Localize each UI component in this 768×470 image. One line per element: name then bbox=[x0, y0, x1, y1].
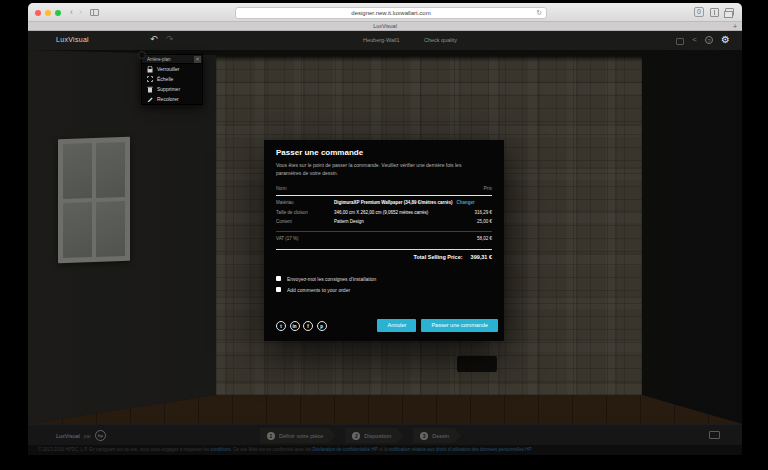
close-window-button[interactable] bbox=[35, 10, 41, 16]
tab-overview-icon[interactable] bbox=[725, 8, 734, 16]
recolor-icon bbox=[147, 96, 153, 102]
help-icon[interactable]: ? bbox=[705, 36, 713, 44]
total-label: Total Selling Price: bbox=[413, 254, 462, 260]
install-instructions-checkbox[interactable] bbox=[276, 276, 281, 281]
linkedin-icon[interactable]: in bbox=[290, 321, 300, 331]
menu-item-delete[interactable]: Supprimer bbox=[142, 84, 202, 94]
forward-icon[interactable]: › bbox=[79, 7, 82, 18]
share-icon[interactable]: < bbox=[692, 34, 697, 46]
menu-item-lock[interactable]: Verrouiller bbox=[142, 64, 202, 74]
change-material-link[interactable]: Changer bbox=[457, 200, 475, 205]
desktop: ‹ › designer.new.it.luxwallart.com ↻ 0 L… bbox=[0, 0, 768, 470]
pinterest-icon[interactable]: p bbox=[317, 321, 327, 331]
url-field[interactable]: designer.new.it.luxwallart.com ↻ bbox=[235, 7, 547, 19]
total-row: Total Selling Price: 399,31 € bbox=[276, 250, 492, 264]
social-icons: t in f p bbox=[276, 321, 327, 331]
panel-handle-badge[interactable] bbox=[138, 51, 146, 59]
twitter-icon[interactable]: t bbox=[276, 321, 286, 331]
settings-gear-icon[interactable]: ⚙ bbox=[721, 34, 730, 46]
app-logo: LuxVisual bbox=[56, 36, 89, 43]
modal-checkboxes: Envoyez-moi les consignes d'installation… bbox=[276, 273, 492, 295]
background-context-panel: Arrière-plan × Verrouiller Échelle Suppr… bbox=[141, 54, 203, 105]
browser-toolbar: ‹ › designer.new.it.luxwallart.com ↻ 0 bbox=[28, 3, 742, 22]
modal-buttons: Annuler Passer une commande bbox=[377, 319, 498, 332]
table-row: Taille de cloison 346,00 cm X 262,00 cm … bbox=[276, 205, 492, 215]
app-header: LuxVisual ↶ ↷ Heuberg-Wall1 Check qualit… bbox=[28, 31, 742, 50]
col-name: Nom bbox=[276, 185, 287, 191]
checkbox-row-install: Envoyez-moi les consignes d'installation bbox=[276, 273, 492, 284]
col-price: Prix bbox=[483, 185, 492, 191]
save-icon[interactable] bbox=[676, 38, 684, 45]
cancel-button[interactable]: Annuler bbox=[377, 319, 416, 332]
counter-badge[interactable]: 0 bbox=[694, 7, 704, 17]
lock-icon bbox=[147, 66, 153, 73]
menu-item-scale[interactable]: Échelle bbox=[142, 74, 202, 84]
header-icons: < ? ⚙ bbox=[676, 34, 730, 46]
minimize-window-button[interactable] bbox=[45, 10, 51, 16]
redo-icon[interactable]: ↷ bbox=[166, 34, 174, 44]
facebook-icon[interactable]: f bbox=[303, 321, 313, 331]
modal-subtitle: Vous êtes sur le point de passer la comm… bbox=[276, 162, 484, 178]
panel-header[interactable]: Arrière-plan × bbox=[142, 55, 202, 64]
vat-row: VAT (17 %) 58,02 € bbox=[276, 232, 492, 245]
table-header: Nom Prix bbox=[276, 185, 492, 196]
order-modal: Passer une commande Vous êtes sur le poi… bbox=[264, 140, 504, 341]
undo-icon[interactable]: ↶ bbox=[150, 34, 158, 44]
check-quality-button[interactable]: Check quality bbox=[424, 37, 457, 43]
active-tab[interactable]: LuxVisual bbox=[28, 22, 742, 31]
toolbar-right-icons: 0 bbox=[694, 7, 734, 17]
back-icon[interactable]: ‹ bbox=[70, 7, 73, 18]
panel-title: Arrière-plan bbox=[142, 55, 202, 64]
modal-footer: t in f p Annuler Passer une commande bbox=[276, 319, 498, 332]
zoom-window-button[interactable] bbox=[55, 10, 61, 16]
table-row: Content Pattern Design 25,00 € bbox=[276, 215, 492, 225]
tab-bar: LuxVisual + bbox=[28, 22, 742, 31]
menu-item-recolor[interactable]: Recolorer bbox=[142, 94, 202, 104]
sidebar-icon[interactable] bbox=[90, 9, 99, 16]
close-icon[interactable]: × bbox=[194, 56, 201, 63]
order-comments-checkbox[interactable] bbox=[276, 287, 281, 292]
refresh-icon[interactable]: ↻ bbox=[536, 8, 542, 18]
modal-title: Passer une commande bbox=[276, 148, 492, 157]
new-tab-button[interactable]: + bbox=[733, 22, 737, 31]
trash-icon bbox=[147, 86, 153, 93]
table-row: Matériau DigimuraXP Premium Wallpaper (3… bbox=[276, 196, 492, 206]
checkbox-row-comments: Add comments to your order bbox=[276, 284, 492, 295]
scale-icon bbox=[147, 76, 153, 82]
share-page-icon[interactable] bbox=[710, 8, 719, 17]
total-price: 399,31 € bbox=[471, 254, 492, 260]
url-text: designer.new.it.luxwallart.com bbox=[351, 10, 430, 16]
project-name[interactable]: Heuberg-Wall1 bbox=[363, 37, 399, 43]
place-order-button[interactable]: Passer une commande bbox=[421, 319, 498, 332]
